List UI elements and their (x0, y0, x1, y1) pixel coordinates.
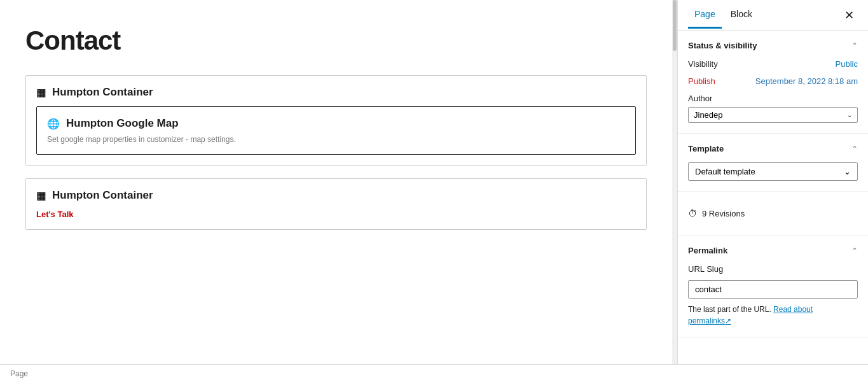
container-2-label: Humpton Container (52, 189, 153, 202)
status-visibility-title: Status & visibility (688, 41, 757, 50)
globe-icon: 🌐 (47, 118, 60, 130)
visibility-row: Visibility Public (688, 59, 858, 69)
google-map-block[interactable]: 🌐 Humpton Google Map Set google map prop… (36, 106, 636, 155)
permalink-info-text: The last part of the URL. (688, 305, 771, 314)
author-select[interactable]: Jinedep ⌄ (688, 107, 858, 123)
google-map-subtext: Set google map properties in customizer … (47, 135, 625, 144)
google-map-header: 🌐 Humpton Google Map (47, 117, 625, 130)
template-section-title: Template (688, 144, 724, 153)
tab-page[interactable]: Page (688, 1, 722, 29)
scroll-divider (672, 0, 677, 382)
url-slug-label: URL Slug (688, 264, 858, 274)
right-sidebar: Page Block ✕ Status & visibility ⌃ Visib… (677, 0, 868, 382)
status-bar: Page (0, 364, 868, 382)
template-dropdown-arrow-icon: ⌄ (844, 167, 851, 176)
container-1-label: Humpton Container (52, 86, 153, 99)
template-value: Default template (695, 167, 755, 176)
publish-value[interactable]: September 8, 2022 8:18 am (755, 76, 858, 86)
scroll-thumb[interactable] (673, 0, 677, 51)
permalink-section-title: Permalink (688, 246, 727, 255)
permalink-info: The last part of the URL. Read about per… (688, 304, 858, 327)
container-1-icon: ▦ (36, 87, 46, 99)
page-title: Contact (25, 25, 647, 56)
permalink-section-header: Permalink ⌃ (688, 246, 858, 255)
revisions-row[interactable]: ⏱ 9 Revisions (688, 202, 858, 225)
publish-row: Publish September 8, 2022 8:18 am (688, 76, 858, 86)
author-value: Jinedep (694, 110, 723, 120)
container-2-icon: ▦ (36, 190, 46, 202)
publish-label: Publish (688, 76, 715, 86)
template-dropdown[interactable]: Default template ⌄ (688, 162, 858, 181)
permalink-chevron[interactable]: ⌃ (851, 246, 858, 255)
container-1-header: ▦ Humpton Container (36, 86, 636, 99)
template-chevron[interactable]: ⌃ (851, 145, 858, 153)
author-chevron-icon: ⌄ (847, 111, 852, 118)
revisions-section: ⏱ 9 Revisions (678, 192, 868, 236)
status-visibility-section: Status & visibility ⌃ Visibility Public … (678, 31, 868, 134)
tab-block[interactable]: Block (724, 1, 759, 29)
author-row: Author Jinedep ⌄ (688, 94, 858, 123)
author-label: Author (688, 94, 858, 103)
visibility-label: Visibility (688, 59, 718, 69)
lets-talk-text: Let's Talk (36, 209, 636, 219)
revisions-link[interactable]: 9 Revisions (702, 209, 745, 218)
revisions-clock-icon: ⏱ (688, 208, 697, 218)
status-bar-label: Page (10, 369, 28, 378)
container-block-1[interactable]: ▦ Humpton Container 🌐 Humpton Google Map… (25, 75, 647, 166)
status-visibility-chevron[interactable]: ⌃ (851, 41, 858, 50)
container-2-header: ▦ Humpton Container (36, 189, 636, 202)
visibility-value[interactable]: Public (836, 59, 858, 69)
permalink-section: Permalink ⌃ URL Slug The last part of th… (678, 236, 868, 337)
google-map-label: Humpton Google Map (66, 117, 179, 130)
container-block-2[interactable]: ▦ Humpton Container Let's Talk (25, 178, 647, 230)
url-slug-input[interactable] (688, 280, 858, 299)
template-section: Template ⌃ Default template ⌄ (678, 134, 868, 192)
sidebar-header: Page Block ✕ (678, 0, 868, 31)
main-editor: Contact ▦ Humpton Container 🌐 Humpton Go… (0, 0, 672, 382)
sidebar-close-button[interactable]: ✕ (841, 7, 858, 24)
status-visibility-header: Status & visibility ⌃ (688, 41, 858, 50)
template-section-header: Template ⌃ (688, 144, 858, 153)
